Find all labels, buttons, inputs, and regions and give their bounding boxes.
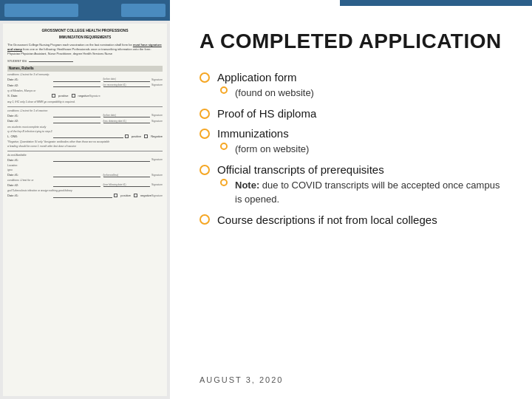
sub-item-form-website: (form on website) [200,143,505,156]
doc-title: GROSSMONT COLLEGE HEALTH PROFESSIONS [7,28,163,33]
doc-checkbox-positive [52,94,55,98]
doc-section-gcd: gcd Tuberculosis infection or assign not… [7,189,163,197]
doc-date2-field [53,86,100,87]
doc-dose-date1-label: Date #1: [7,158,52,163]
list-item-application-form: Application form (found on website) [200,71,505,100]
doc-row-v-date2: Date #2: (less obtaining date #1) Signat… [7,119,163,123]
doc-row-date2: Date #2: (on recovering date #1) Signatu… [7,83,163,88]
doc-checkbox-negative-3 [134,194,137,197]
doc-v-date1-label: Date #1: [7,114,52,118]
doc-note-dose: do and Available [7,154,163,157]
doc-student-label: STUDENT ID# [7,59,73,64]
doc-checkbox-negative [72,94,75,98]
bullet-icon-covid-note [220,179,228,186]
doc-checkbox-row: positive negative [52,94,89,98]
doc-section-dose: do and Available Date #1: Signature [7,154,163,162]
main-content: A COMPLETED APPLICATION Application form… [200,30,505,364]
doc-gcd-date1-label: Date #1: [7,194,52,198]
doc-student-row: STUDENT ID# [7,59,163,64]
doc-i-date1-sig: Signature [151,174,163,177]
doc-note-measles: ry of Measles, Mumps or [7,89,163,93]
sub-item-text-covid-note: Note: due to COVID transcripts will be a… [235,179,505,205]
bullet-icon-found-website [220,86,228,94]
doc-header-right-block [121,4,166,17]
doc-v-date2-field [53,123,100,123]
checklist-item-main-application: Application form [200,71,505,83]
doc-i-date2-label: Date #2: [7,183,52,188]
checklist-item-main-diploma: Proof of HS diploma [200,107,505,120]
doc-s-date-label: S. Date: [7,94,52,98]
bullet-icon-courses [200,214,210,225]
item-label-courses: Course descriptions if not from local co… [217,214,437,226]
doc-note-varicella: conditions ☑ a test for 1 of vaccine: [7,109,163,113]
page-title: A COMPLETED APPLICATION [200,30,505,53]
doc-subtitle: IMMUNIZATION REQUIREMENTS [7,35,163,40]
doc-i-date2-field [53,186,100,187]
doc-divider-1 [7,106,163,107]
list-item-immunizations: Immunizations (form on website) [200,127,505,156]
doc-label-positive: positive [58,94,69,98]
doc-note-hep3: a leading should be come 1 month after l… [7,145,163,149]
doc-date2-note: (on recovering date #1) [103,83,151,87]
doc-note-iht: asy 1, IHC only 1 dose of MMR go compati… [7,100,163,104]
document-panel: GROSSMONT COLLEGE HEALTH PROFESSIONS IMM… [0,0,170,399]
list-item-proof-diploma: Proof of HS diploma [200,107,505,120]
doc-s-date-sig: Signature [89,95,100,98]
doc-v-date1-note: (before date) [103,114,151,117]
doc-note-students: ors students must complete study [7,126,163,129]
doc-date2-sig: Signature [151,83,163,87]
doc-header-bar [0,0,170,21]
doc-i-date1-field [53,177,100,177]
doc-note-immunity: conditions ☑ a test for 3 of immunity: [7,73,163,77]
bullet-icon-diploma [200,109,210,119]
doc-i-date2-sig: Signature [151,183,163,187]
item-label-application: Application form [217,71,297,83]
sub-item-found-website: (found on website) [200,86,505,100]
doc-row-l-one: L. ONE: positive Negative [7,134,163,139]
doc-row-i-date1: Date #1: (beforeandless) Signature [7,173,163,177]
doc-gcd-sig: Signature [151,194,163,198]
doc-date1-note: (before date) [103,78,151,81]
doc-gcd-date1-field [53,197,112,198]
doc-date1-label: Date #1: [7,78,52,82]
doc-section-hep: ry of the hep B infective trying to stop… [7,130,163,138]
doc-intro: The Grossmont College Nursing Program ea… [7,43,163,56]
doc-checkbox-positive-3 [114,194,117,197]
doc-dose-date1-sig: Signature [151,158,163,162]
doc-section-igou: igou Date #1: (beforeandless) Signature … [7,168,163,187]
doc-row-s-date: S. Date: positive negative Signature [7,94,163,98]
doc-note-hep2: *Negative, Quantitative IU only *designa… [7,140,163,144]
doc-i-date1-note: (beforeandless) [103,174,151,177]
doc-checkbox-negative-2 [144,134,148,138]
doc-checkbox-positive-2 [125,134,129,138]
checklist: Application form (found on website) Proo… [200,71,505,226]
doc-label-negative-3: negative [140,194,151,198]
doc-row-gcd-date1: Date #1: positive negative Signature [7,194,163,198]
doc-section-mumps: Names, Rubella conditions ☑ a test for 3… [7,66,163,87]
doc-label-negative: negative [78,94,89,98]
doc-note-conditions: conditions ☑ test for or [7,179,163,183]
doc-row-dose-date1: Date #1: Signature [7,158,163,163]
right-panel: A COMPLETED APPLICATION Application form… [170,0,532,399]
item-label-transcripts: Official transcripts of prerequisites [217,163,384,176]
doc-note-hep: ry of the hep B infective trying to stop… [7,130,163,134]
checklist-item-main-transcripts: Official transcripts of prerequisites [200,163,505,176]
doc-note-location: Location: [7,164,163,168]
doc-row-date1: Date #1: (before date) Signature [7,78,163,82]
sub-item-text-form-website: (form on website) [235,143,309,156]
doc-date1-field [53,81,100,82]
checklist-item-main-immunizations: Immunizations [200,127,505,140]
note-text-content: due to COVID transcripts will be accepte… [235,180,499,204]
doc-i-date1-label: Date #1: [7,173,52,177]
doc-divider-2 [7,151,163,151]
doc-note-igou: igou [7,168,163,172]
doc-date2-label: Date #2: [7,83,52,88]
doc-row-v-date1: Date #1: (before date) Signature [7,114,163,118]
doc-l-one-label: L. ONE: [7,134,52,139]
doc-date1-sig: Signature [151,78,163,82]
bullet-icon-transcripts [200,165,210,175]
doc-section-measles: ry of Measles, Mumps or S. Date: positiv… [7,89,163,98]
doc-v-date2-label: Date #2: [7,119,52,123]
doc-v-date1-sig: Signature [151,114,163,117]
doc-v-date2-note: (less obtaining date #1) [103,120,151,123]
